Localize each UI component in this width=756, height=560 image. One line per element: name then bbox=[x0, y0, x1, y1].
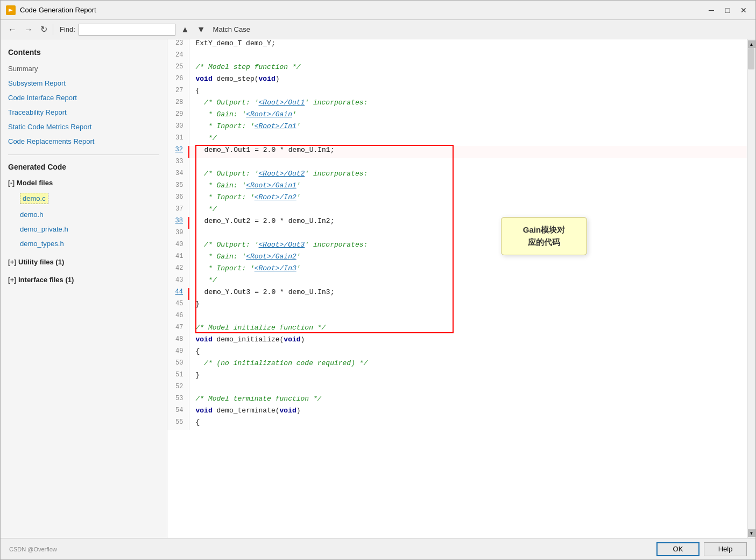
interface-files-label: Interface files (1) bbox=[18, 276, 74, 284]
out3-link[interactable]: <Root>/Out3 bbox=[259, 241, 305, 249]
table-row: 40 /* Outport: '<Root>/Out3' incorporate… bbox=[167, 241, 747, 253]
table-row: 38 demo_Y.Out2 = 2.0 * demo_U.In2; bbox=[167, 217, 747, 229]
scroll-area bbox=[747, 48, 755, 529]
tree-child-demo-types-h: demo_types.h bbox=[20, 238, 159, 249]
in3-link[interactable]: <Root>/In3 bbox=[255, 264, 296, 272]
match-case-button[interactable]: Match Case bbox=[213, 25, 250, 33]
interface-files-tree-item: [+] Interface files (1) bbox=[8, 275, 159, 285]
demo-private-h-link[interactable]: demo_private.h bbox=[20, 225, 68, 233]
maximize-button[interactable]: □ bbox=[721, 5, 734, 15]
scroll-up-button[interactable]: ▲ bbox=[748, 40, 755, 48]
interface-files-toggle[interactable]: [+] bbox=[8, 276, 16, 284]
code-line: } bbox=[189, 371, 747, 383]
sidebar-item-subsystem-report[interactable]: Subsystem Report bbox=[8, 78, 159, 89]
line-number: 36 bbox=[167, 193, 189, 205]
line-number: 33 bbox=[167, 158, 189, 170]
line-number: 54 bbox=[167, 407, 189, 418]
table-row: 53 /* Model terminate function */ bbox=[167, 395, 747, 407]
code-line: ExtY_demo_T demo_Y; bbox=[189, 39, 747, 51]
find-input[interactable] bbox=[79, 24, 175, 36]
table-row: 51 } bbox=[167, 371, 747, 383]
tree-child-demo-h: demo.h bbox=[20, 209, 159, 220]
code-line: /* Outport: '<Root>/Out2' incorporates: bbox=[189, 170, 747, 181]
line-number[interactable]: 38 bbox=[167, 217, 189, 229]
demo-types-h-link[interactable]: demo_types.h bbox=[20, 240, 64, 248]
summary-item: Summary bbox=[8, 63, 159, 74]
code-area[interactable]: 23 ExtY_demo_T demo_Y; 24 25 /* Model st… bbox=[167, 39, 747, 538]
app-icon bbox=[6, 5, 16, 15]
model-files-tree-item: [-] Model files bbox=[8, 178, 159, 188]
refresh-button[interactable]: ↻ bbox=[38, 23, 50, 36]
main-window: Code Generation Report ─ □ ✕ ← → ↻ Find:… bbox=[0, 0, 756, 560]
in2-link[interactable]: <Root>/In2 bbox=[255, 193, 296, 201]
table-row: 50 /* (no initialization code required) … bbox=[167, 359, 747, 371]
generated-code-heading: Generated Code bbox=[8, 163, 159, 171]
table-row: 43 */ bbox=[167, 276, 747, 288]
demo-h-link[interactable]: demo.h bbox=[20, 211, 43, 219]
code-line: /* Outport: '<Root>/Out3' incorporates: bbox=[189, 241, 747, 253]
code-line: * Gain: '<Root>/Gain' bbox=[189, 110, 747, 122]
line-number: 48 bbox=[167, 335, 189, 347]
code-wrapper: 23 ExtY_demo_T demo_Y; 24 25 /* Model st… bbox=[167, 39, 755, 538]
code-line: { bbox=[189, 87, 747, 99]
table-row: 27 { bbox=[167, 87, 747, 99]
table-row: 24 bbox=[167, 51, 747, 63]
code-line bbox=[189, 383, 747, 395]
title-bar: Code Generation Report ─ □ ✕ bbox=[1, 1, 755, 20]
code-line: */ bbox=[189, 205, 747, 217]
line-number: 30 bbox=[167, 122, 189, 134]
back-button[interactable]: ← bbox=[6, 24, 19, 36]
sidebar: Contents Summary Subsystem Report Code I… bbox=[1, 39, 167, 538]
line-number[interactable]: 32 bbox=[167, 146, 189, 158]
code-line bbox=[189, 158, 747, 170]
minimize-button[interactable]: ─ bbox=[705, 5, 718, 15]
table-row: 32 demo_Y.Out1 = 2.0 * demo_U.In1; bbox=[167, 146, 747, 158]
out1-link[interactable]: <Root>/Out1 bbox=[259, 99, 305, 107]
code-line: void demo_initialize(void) bbox=[189, 335, 747, 347]
ok-button[interactable]: OK bbox=[656, 542, 700, 556]
forward-button[interactable]: → bbox=[22, 24, 35, 36]
help-button[interactable]: Help bbox=[704, 542, 747, 556]
gain2-link[interactable]: <Root>/Gain2 bbox=[246, 253, 296, 261]
utility-files-toggle[interactable]: [+] bbox=[8, 258, 16, 266]
code-line: demo_Y.Out2 = 2.0 * demo_U.In2; bbox=[189, 217, 747, 229]
scroll-thumb[interactable] bbox=[748, 48, 754, 69]
table-row: 55 { bbox=[167, 418, 747, 430]
line-number: 31 bbox=[167, 134, 189, 146]
scroll-down-button[interactable]: ▼ bbox=[748, 529, 755, 537]
table-row: 48 void demo_initialize(void) bbox=[167, 335, 747, 347]
window-title: Code Generation Report bbox=[20, 6, 96, 14]
gain-callout: Gain模块对应的代码 bbox=[501, 217, 587, 255]
contents-heading: Contents bbox=[8, 48, 159, 57]
close-button[interactable]: ✕ bbox=[737, 5, 750, 15]
scrollbar-track[interactable]: ▲ ▼ bbox=[747, 39, 755, 538]
demo-c-link[interactable]: demo.c bbox=[20, 193, 48, 204]
line-number: 51 bbox=[167, 371, 189, 383]
table-row: 35 * Gain: '<Root>/Gain1' bbox=[167, 181, 747, 193]
sidebar-item-code-replacements[interactable]: Code Replacements Report bbox=[8, 136, 159, 147]
out2-link[interactable]: <Root>/Out2 bbox=[259, 170, 305, 178]
gain-link[interactable]: <Root>/Gain bbox=[246, 110, 292, 118]
table-row: 23 ExtY_demo_T demo_Y; bbox=[167, 39, 747, 51]
line-number: 52 bbox=[167, 383, 189, 395]
find-next-button[interactable]: ▼ bbox=[195, 24, 208, 36]
sidebar-item-code-interface[interactable]: Code Interface Report bbox=[8, 92, 159, 103]
gain1-link[interactable]: <Root>/Gain1 bbox=[246, 181, 296, 190]
line-number: 35 bbox=[167, 181, 189, 193]
in1-link[interactable]: <Root>/In1 bbox=[255, 122, 296, 130]
find-prev-button[interactable]: ▲ bbox=[179, 24, 192, 36]
line-number[interactable]: 44 bbox=[167, 288, 189, 300]
window-controls: ─ □ ✕ bbox=[705, 5, 750, 15]
table-row: 36 * Inport: '<Root>/In2' bbox=[167, 193, 747, 205]
line-number: 43 bbox=[167, 276, 189, 288]
sidebar-item-static-code[interactable]: Static Code Metrics Report bbox=[8, 121, 159, 132]
code-line: { bbox=[189, 347, 747, 359]
line-number: 26 bbox=[167, 75, 189, 87]
table-row: 54 void demo_terminate(void) bbox=[167, 407, 747, 418]
separator bbox=[53, 24, 53, 35]
table-row: 26 void demo_step(void) bbox=[167, 75, 747, 87]
model-files-toggle[interactable]: [-] bbox=[8, 179, 15, 187]
code-line: } bbox=[189, 300, 747, 312]
code-line bbox=[189, 51, 747, 63]
sidebar-item-traceability[interactable]: Traceability Report bbox=[8, 107, 159, 118]
